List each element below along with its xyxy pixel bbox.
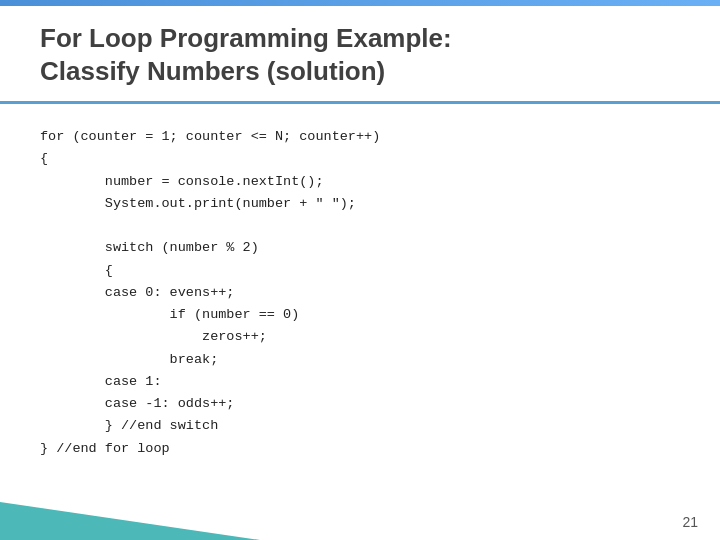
code-line-3: number = console.nextInt(); (40, 174, 324, 189)
code-line-4: System.out.print(number + " "); (40, 196, 356, 211)
code-line-1: for (counter = 1; counter <= N; counter+… (40, 129, 380, 144)
code-line-2: { (40, 151, 48, 166)
title-line2: Classify Numbers (solution) (40, 56, 385, 86)
code-line-8: case 0: evens++; (40, 285, 234, 300)
code-line-13: case -1: odds++; (40, 396, 234, 411)
title-line1: For Loop Programming Example: (40, 23, 452, 53)
top-accent-bar (0, 0, 720, 6)
code-line-12: case 1: (40, 374, 162, 389)
slide-title: For Loop Programming Example: Classify N… (40, 22, 680, 87)
code-line-10: zeros++; (40, 329, 267, 344)
code-line-11: break; (40, 352, 218, 367)
bottom-decoration (0, 502, 260, 540)
slide: For Loop Programming Example: Classify N… (0, 0, 720, 540)
code-line-9: if (number == 0) (40, 307, 299, 322)
title-area: For Loop Programming Example: Classify N… (0, 0, 720, 104)
code-block: for (counter = 1; counter <= N; counter+… (40, 126, 680, 460)
content-area: for (counter = 1; counter <= N; counter+… (0, 104, 720, 480)
code-line-6: switch (number % 2) (40, 240, 259, 255)
page-number: 21 (682, 514, 698, 530)
code-line-15: } //end for loop (40, 441, 170, 456)
code-line-14: } //end switch (40, 418, 218, 433)
code-line-7: { (40, 263, 113, 278)
